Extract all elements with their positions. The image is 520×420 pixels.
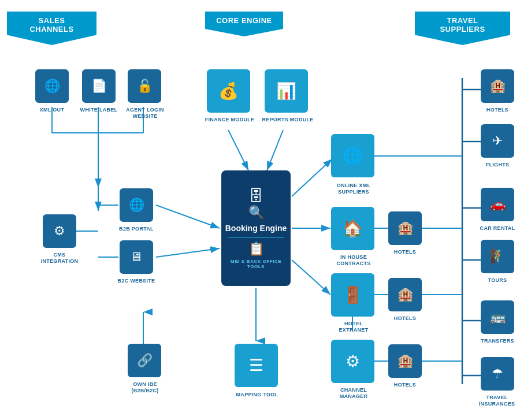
- booking-engine-title: Booking Engine: [225, 224, 287, 233]
- mapping-tool-box[interactable]: ☰: [235, 344, 278, 387]
- mapping-tool-icon: ☰: [249, 358, 263, 374]
- xml-out-icon: 🌐: [44, 80, 60, 92]
- travel-suppliers-banner: TRAVEL SUPPLIERS: [415, 12, 510, 45]
- agent-login-box[interactable]: 🔓: [128, 69, 161, 103]
- finance-module-box[interactable]: 💰: [207, 69, 250, 113]
- own-ibe-label: OWN IBE(B2B/B2C): [121, 381, 169, 394]
- b2c-website-label: B2C WEBSITE: [116, 278, 157, 284]
- hotel-extranet-box[interactable]: 🚪: [331, 273, 374, 317]
- supplier-hotels-icon: 🏨: [490, 80, 506, 92]
- svg-line-14: [156, 205, 220, 228]
- reports-module-label: REPORTS MODULE: [259, 117, 317, 123]
- b2c-website-icon: 🖥: [130, 251, 143, 263]
- online-xml-icon: 🌐: [343, 148, 363, 164]
- hotels-extranet-box[interactable]: 🏨: [388, 278, 422, 311]
- own-ibe-box[interactable]: 🔗: [128, 344, 161, 377]
- hotels-extranet-label: HOTELS: [385, 315, 425, 322]
- hotels-channel-box[interactable]: 🏨: [388, 344, 422, 378]
- supplier-transfers-box[interactable]: 🚌: [481, 300, 514, 334]
- channel-manager-box[interactable]: ⚙: [331, 340, 374, 383]
- b2b-portal-box[interactable]: 🌐: [120, 188, 153, 222]
- supplier-tours-label: TOURS: [477, 277, 518, 284]
- svg-line-15: [156, 248, 220, 257]
- supplier-flights-label: FLIGHTS: [477, 162, 518, 168]
- supplier-car-rental-box[interactable]: 🚗: [481, 188, 514, 221]
- hotels-in-house-label: HOTELS: [385, 249, 425, 255]
- in-house-contracts-box[interactable]: 🏠: [331, 207, 374, 250]
- supplier-car-rental-icon: 🚗: [490, 198, 506, 211]
- b2c-website-box[interactable]: 🖥: [120, 240, 153, 274]
- supplier-flights-icon: ✈: [492, 135, 503, 147]
- hotels-channel-icon: 🏨: [398, 355, 413, 367]
- b2b-portal-label: B2B PORTAL: [116, 226, 157, 232]
- xml-out-label: XML OUT: [32, 107, 72, 113]
- white-label-label: WHITE LABEL: [79, 107, 119, 113]
- mid-back-office-label: MID & BACK OFFICE TOOLS: [221, 259, 291, 269]
- hotels-in-house-icon: 🏨: [398, 222, 413, 235]
- booking-engine-box[interactable]: 🗄 🔍 Booking Engine 📋 MID & BACK OFFICE T…: [221, 170, 291, 286]
- white-label-box[interactable]: 📄: [82, 69, 116, 103]
- cms-icon: ⚙: [54, 225, 65, 237]
- hotels-extranet-icon: 🏨: [398, 288, 413, 301]
- in-house-icon: 🏠: [343, 221, 363, 237]
- xml-out-box[interactable]: 🌐: [35, 69, 69, 103]
- white-label-icon: 📄: [91, 80, 107, 92]
- cms-integration-box[interactable]: ⚙: [43, 214, 76, 248]
- supplier-hotels-box[interactable]: 🏨: [481, 69, 514, 103]
- finance-module-label: FINANCE MODULE: [199, 117, 260, 123]
- supplier-travel-ins-icon: ☂: [492, 367, 503, 380]
- diagram: SALES CHANNELS CORE ENGINE TRAVEL SUPPLI…: [0, 0, 520, 420]
- supplier-tours-box[interactable]: 🧗: [481, 240, 514, 273]
- core-engine-banner: CORE ENGINE: [205, 12, 283, 36]
- hotels-in-house-box[interactable]: 🏨: [388, 211, 422, 245]
- b2b-portal-icon: 🌐: [129, 199, 144, 211]
- reports-icon: 📊: [276, 83, 296, 99]
- mapping-tool-label: MAPPING TOOL: [231, 392, 283, 398]
- supplier-tours-icon: 🧗: [490, 250, 506, 263]
- supplier-car-rental-label: CAR RENTAL: [477, 225, 518, 232]
- in-house-label: IN HOUSECONTRACTS: [325, 254, 382, 267]
- own-ibe-icon: 🔗: [137, 354, 153, 367]
- channel-manager-icon: ⚙: [346, 354, 360, 370]
- cms-label: CMSINTEGRATION: [39, 252, 80, 265]
- supplier-transfers-icon: 🚌: [490, 311, 506, 324]
- online-xml-label: ONLINE XMLSUPPLIERS: [325, 183, 382, 195]
- finance-icon: 💰: [218, 83, 239, 99]
- supplier-transfers-label: TRANSFERS: [477, 338, 518, 344]
- hotels-channel-label: HOTELS: [385, 382, 425, 388]
- booking-engine-form-icon: 📋: [248, 241, 264, 257]
- booking-engine-search-icon: 🔍: [248, 205, 264, 220]
- sales-channels-banner: SALES CHANNELS: [7, 12, 96, 45]
- agent-login-icon: 🔓: [137, 80, 153, 92]
- svg-line-16: [228, 130, 248, 170]
- hotel-extranet-label: HOTELEXTRANET: [325, 321, 382, 333]
- hotel-extranet-icon: 🚪: [343, 287, 363, 303]
- booking-engine-db-icon: 🗄: [248, 187, 263, 205]
- supplier-travel-ins-label: TRAVELINSURANCES: [474, 395, 520, 407]
- agent-login-label: AGENT LOGINWEBSITE: [124, 107, 166, 120]
- supplier-hotels-label: HOTELS: [477, 107, 518, 113]
- supplier-travel-ins-box[interactable]: ☂: [481, 357, 514, 391]
- online-xml-suppliers-box[interactable]: 🌐: [331, 134, 374, 177]
- reports-module-box[interactable]: 📊: [265, 69, 308, 113]
- supplier-flights-box[interactable]: ✈: [481, 124, 514, 158]
- channel-manager-label: CHANNELMANAGER: [325, 387, 382, 400]
- svg-line-17: [267, 130, 283, 170]
